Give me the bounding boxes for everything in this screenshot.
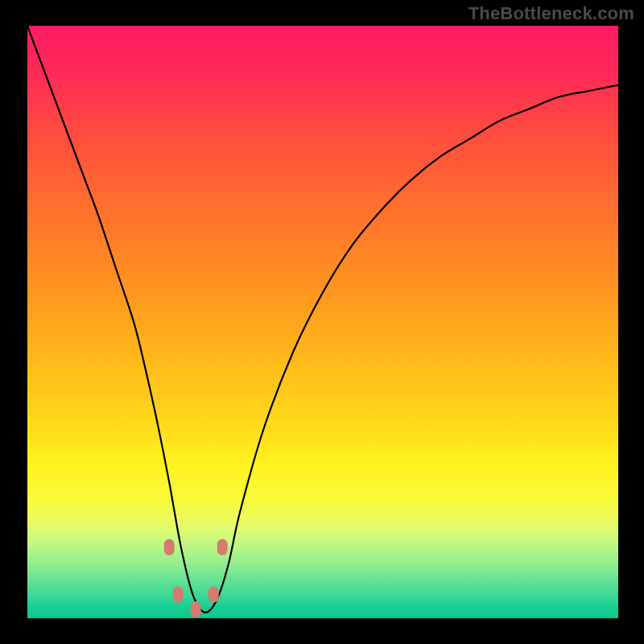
curve-marker [173, 587, 184, 603]
curve-marker [217, 539, 228, 555]
watermark-text: TheBottleneck.com [469, 3, 634, 24]
curve-layer [27, 26, 618, 618]
curve-marker [191, 601, 201, 617]
plot-area [27, 26, 618, 618]
curve-markers [164, 539, 228, 617]
chart-frame: TheBottleneck.com [0, 0, 644, 644]
curve-marker [164, 539, 175, 555]
curve-marker [208, 587, 219, 603]
bottleneck-curve [27, 26, 618, 613]
curve-path [27, 26, 618, 613]
